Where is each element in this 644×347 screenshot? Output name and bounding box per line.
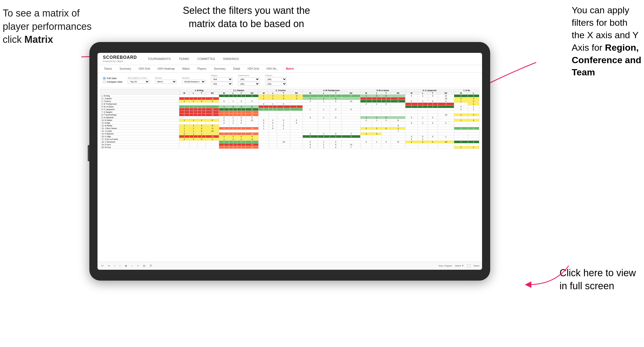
- table-row: 13. J Skov Olesen 110-3 210-19 101 220-1…: [100, 127, 479, 130]
- logo-title: SCOREBOARD: [103, 55, 137, 60]
- table-row: 1. W Ding 12011 110-2 12017 100 01013 02: [100, 95, 479, 97]
- subnav-h2h-he[interactable]: H2H He...: [265, 67, 279, 71]
- col-header-2: 2. L Clanton: [219, 89, 259, 92]
- app-header: SCOREBOARD Powered by clippd TOURNAMENTS…: [97, 53, 482, 65]
- subnav-detail[interactable]: Detail: [232, 67, 241, 71]
- table-row: 7. G Sargent 200-16 220-15: [100, 111, 479, 114]
- col-header-3: 3. J Koivun: [259, 89, 303, 92]
- region-select-x[interactable]: N/A: [211, 77, 233, 81]
- filters-area: Full View Compact View Max players in vi…: [97, 73, 482, 88]
- tablet-power-button: [88, 145, 89, 161]
- region-select-y[interactable]: N/A: [211, 82, 233, 86]
- gender-select[interactable]: Men's: [155, 80, 177, 84]
- tablet-screen: SCOREBOARD Powered by clippd TOURNAMENTS…: [97, 53, 482, 270]
- players-select-y[interactable]: (All): [265, 82, 287, 86]
- filter-players: Players (All) (All): [265, 74, 287, 86]
- main-nav: TOURNAMENTS TEAMS COMMITTEE RANKINGS: [148, 57, 239, 60]
- table-row: 10. B Valdes 1110 01010 0100 01011 11: [100, 119, 479, 122]
- table-row: 2. L Clanton 210-16 110-2 110 000-6 -24 …: [100, 97, 479, 100]
- filter-conference: Conference (All) (All): [238, 74, 260, 86]
- matrix-table: 1. W Ding 2. L Clanton 3. J Koivun 4. M …: [100, 89, 479, 149]
- nav-tournaments[interactable]: TOURNAMENTS: [148, 57, 171, 60]
- filter-division: Division NCAA Division I: [182, 77, 206, 84]
- table-row: 15. P Maichon 011 101-19 410-7 22: [100, 133, 479, 135]
- conference-select-x[interactable]: (All): [238, 77, 260, 81]
- logo-subtitle: Powered by clippd: [103, 60, 137, 63]
- full-view-option[interactable]: Full View: [103, 77, 122, 80]
- col-header-4: 4. M Thorbjornsen: [303, 89, 360, 92]
- annotation-top-center: Select the filters you want the matrix d…: [162, 4, 330, 30]
- col-header-empty: [100, 89, 179, 95]
- nav-committee[interactable]: COMMITTEE: [197, 57, 215, 60]
- table-row: 17. S De La Fuente 2102 110-8 02: [100, 138, 479, 141]
- compact-view-radio: [103, 81, 106, 83]
- subnav-h2h-heatmap[interactable]: H2H Heatmap: [157, 67, 176, 71]
- table-row: 8. P Summerhays 521-48 220-16 -13 12: [100, 114, 479, 116]
- nav-teams[interactable]: TEAMS: [179, 57, 189, 60]
- table-row: 11. M Ege 010 0010 0104: [100, 122, 479, 124]
- filter-max-players: Max players in view Top 25: [128, 77, 149, 84]
- division-select[interactable]: NCAA Division I: [182, 80, 206, 84]
- col-header-6: 6. C Lamprecht: [405, 89, 454, 92]
- players-select-x[interactable]: (All): [265, 77, 287, 81]
- annotation-top-right: You can apply filters for both the X axi…: [572, 4, 641, 79]
- bottom-toolbar: ↩ ↪ ‹ › ⊕ − + ⊡ ⏱ View: Original Watch ▼…: [97, 262, 482, 270]
- toolbar-clock[interactable]: ⏱: [148, 264, 153, 268]
- toolbar-reset[interactable]: ⊡: [142, 264, 146, 268]
- subnav-players[interactable]: Players: [196, 67, 207, 71]
- tablet-frame: SCOREBOARD Powered by clippd TOURNAMENTS…: [89, 42, 490, 281]
- subnav-matrix[interactable]: Matrix: [181, 67, 191, 71]
- subnav-summary2[interactable]: Summary: [213, 67, 227, 71]
- table-row: 5. M La Sasso 100 1006 1103 110 01: [100, 105, 479, 108]
- share-button[interactable]: Share: [474, 265, 479, 267]
- annotation-top-left: To see a matrix of player performances c…: [3, 7, 92, 46]
- table-row: 12. M Riedel 110-6 110 -6: [100, 124, 479, 127]
- filter-gender: Gender Men's: [155, 77, 177, 84]
- col-header-1: 1. W Ding: [179, 89, 219, 92]
- toolbar-view-section: View: Original Watch ▼ ⛶ Share: [438, 264, 479, 268]
- table-row: 16. K Vilips 210-25 2204 3308 0501: [100, 135, 479, 138]
- subnav-h2h-grid2[interactable]: H2H Grid: [246, 67, 260, 71]
- toolbar-zoom-out[interactable]: −: [130, 264, 134, 268]
- max-players-select[interactable]: Top 25: [128, 80, 149, 84]
- toolbar-undo[interactable]: ↩: [100, 264, 105, 268]
- subnav-matrix-active[interactable]: Matrix: [285, 67, 295, 71]
- table-row: 3. J Koivun 1102 0100 01013 04011 0103 1…: [100, 100, 479, 103]
- col-header-7: 7. G Sa: [454, 89, 479, 92]
- watch-button[interactable]: Watch ▼: [455, 265, 464, 267]
- subnav-h2h-grid[interactable]: H2H Grid: [138, 67, 151, 71]
- toolbar-tools[interactable]: ⊕: [124, 264, 128, 268]
- toolbar-back[interactable]: ‹: [113, 264, 116, 268]
- full-view-radio: [103, 77, 106, 80]
- table-row: 9. N Gabrelcik 0100 010 110 010: [100, 116, 479, 119]
- filter-region: Region N/A N/A: [211, 74, 233, 86]
- nav-rankings[interactable]: RANKINGS: [223, 57, 239, 60]
- subnav-teams[interactable]: Teams: [103, 67, 113, 71]
- matrix-table-area: 1. W Ding 2. L Clanton 3. J Koivun 4. M …: [97, 88, 482, 270]
- table-row: 20. M Ford 331-11 0107 11: [100, 146, 479, 149]
- subnav-summary[interactable]: Summary: [118, 67, 132, 71]
- view-original-label: View: Original: [438, 265, 452, 267]
- conference-select-y[interactable]: (All): [238, 82, 260, 86]
- toolbar-redo[interactable]: ↪: [107, 264, 111, 268]
- table-row: 19. D Ford 202-20 01013: [100, 143, 479, 146]
- view-options: Full View Compact View: [103, 77, 122, 83]
- scoreboard-logo: SCOREBOARD Powered by clippd: [103, 55, 137, 63]
- toolbar-zoom-in[interactable]: +: [136, 264, 140, 268]
- annotation-bottom-right: Click here to view in full screen: [560, 266, 636, 293]
- compact-view-option[interactable]: Compact View: [103, 81, 122, 83]
- sub-nav: Teams Summary H2H Grid H2H Heatmap Matri…: [97, 65, 482, 73]
- table-row: 4. M Thorbjornsen 010 010 110-6 1: [100, 103, 479, 105]
- table-row: 18. C Sherwood 1300 -15 010 01013 220-10…: [100, 141, 479, 143]
- col-header-5: 5. M La Sasso: [360, 89, 405, 92]
- table-row: 6. C Lamprecht 100-16 24124 305 1106 01: [100, 108, 479, 111]
- table-row: 14. J Lundin 11010 -7: [100, 130, 479, 133]
- screen-icon[interactable]: ⛶: [467, 264, 470, 268]
- toolbar-forward[interactable]: ›: [118, 264, 121, 268]
